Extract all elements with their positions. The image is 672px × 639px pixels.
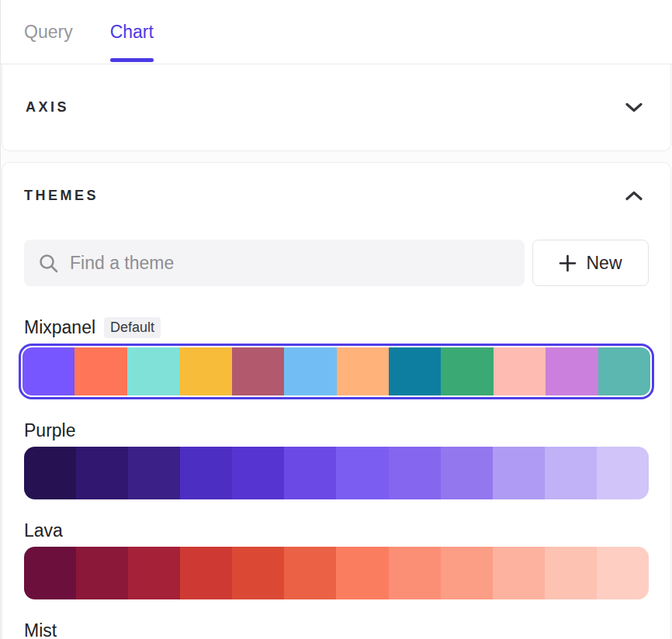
- color-swatch: [336, 547, 388, 599]
- theme-swatch-strip[interactable]: [24, 547, 649, 599]
- tab-bar: Query Chart: [1, 0, 672, 64]
- theme-list: MixpanelDefaultPurpleLavaMist: [24, 317, 649, 639]
- color-swatch: [232, 347, 284, 395]
- theme-label-row: MixpanelDefault: [24, 317, 649, 338]
- chevron-down-icon[interactable]: [625, 102, 643, 112]
- theme-search-box[interactable]: [24, 240, 525, 286]
- color-swatch: [545, 447, 597, 499]
- color-swatch: [180, 447, 232, 499]
- new-theme-button-label: New: [586, 253, 622, 274]
- axis-section: AXIS: [2, 64, 671, 151]
- color-swatch: [284, 547, 336, 599]
- color-swatch: [494, 347, 546, 395]
- theme-search-row: New: [24, 240, 649, 286]
- active-tab-underline: [110, 58, 154, 62]
- color-swatch: [180, 547, 232, 599]
- color-swatch: [284, 347, 336, 395]
- search-icon: [38, 253, 59, 274]
- themes-section-title: THEMES: [24, 188, 99, 204]
- tab-query[interactable]: Query: [24, 0, 73, 64]
- color-swatch: [232, 447, 284, 499]
- theme-name: Mist: [24, 620, 57, 639]
- color-swatch: [76, 547, 128, 599]
- color-swatch: [128, 547, 180, 599]
- plus-icon: [559, 254, 577, 272]
- theme-label-row: Purple: [24, 420, 649, 441]
- color-swatch: [336, 447, 388, 499]
- theme-name: Purple: [24, 420, 75, 441]
- theme-item-purple[interactable]: Purple: [24, 420, 649, 499]
- chevron-up-icon[interactable]: [625, 191, 643, 201]
- theme-swatch-strip[interactable]: [23, 347, 650, 395]
- color-swatch: [389, 447, 441, 499]
- color-swatch: [493, 547, 545, 599]
- color-swatch: [441, 447, 493, 499]
- color-swatch: [24, 547, 76, 599]
- theme-item-lava[interactable]: Lava: [24, 520, 649, 599]
- color-swatch: [389, 347, 441, 395]
- color-swatch: [597, 447, 649, 499]
- color-swatch: [284, 447, 336, 499]
- theme-label-row: Lava: [24, 520, 649, 541]
- color-swatch: [23, 347, 74, 395]
- color-swatch: [232, 547, 284, 599]
- color-swatch: [179, 347, 231, 395]
- theme-item-mixpanel[interactable]: MixpanelDefault: [24, 317, 649, 399]
- default-badge: Default: [104, 317, 161, 338]
- theme-name: Mixpanel: [24, 317, 95, 338]
- tab-query-label: Query: [24, 22, 73, 43]
- color-swatch: [493, 447, 545, 499]
- color-swatch: [127, 347, 179, 395]
- tab-chart[interactable]: Chart: [110, 0, 154, 64]
- color-swatch: [441, 347, 493, 395]
- color-swatch: [597, 547, 649, 599]
- theme-label-row: Mist: [24, 620, 649, 639]
- color-swatch: [545, 547, 597, 599]
- color-swatch: [546, 347, 598, 395]
- themes-section-header: THEMES: [24, 188, 649, 204]
- new-theme-button[interactable]: New: [532, 240, 649, 286]
- theme-swatch-strip[interactable]: [24, 447, 649, 499]
- color-swatch: [441, 547, 493, 599]
- color-swatch: [24, 447, 76, 499]
- color-swatch: [598, 347, 650, 395]
- theme-item-mist[interactable]: Mist: [24, 620, 649, 639]
- color-swatch: [74, 347, 126, 395]
- color-swatch: [337, 347, 389, 395]
- axis-section-title: AXIS: [26, 99, 69, 116]
- color-swatch: [128, 447, 180, 499]
- theme-name: Lava: [24, 520, 63, 541]
- color-swatch: [76, 447, 128, 499]
- color-swatch: [389, 547, 441, 599]
- theme-search-input[interactable]: [70, 253, 511, 274]
- selected-theme-outline: [19, 344, 654, 399]
- tab-chart-label: Chart: [110, 22, 154, 43]
- themes-section: THEMES New Mi: [2, 162, 671, 639]
